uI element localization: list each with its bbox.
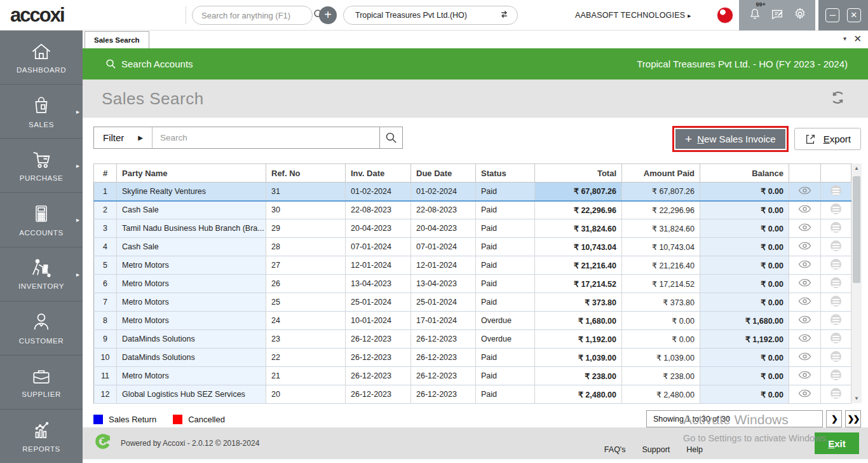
col-header-due-date[interactable]: Due Date (411, 164, 476, 183)
messages-button[interactable] (770, 7, 784, 24)
menu-icon (831, 259, 841, 270)
menu-icon (831, 185, 841, 196)
notifications-button[interactable]: 99+ (748, 7, 762, 24)
row-menu-button[interactable] (821, 293, 851, 312)
table-row[interactable]: 12 Global Logistics Hub SEZ Services 20 … (94, 385, 851, 404)
party-name-cell[interactable]: Skyline Realty Ventures (117, 183, 266, 201)
row-menu-button[interactable] (821, 275, 851, 293)
settings-gear-icon[interactable] (793, 7, 807, 24)
table-row[interactable]: 10 DataMinds Solutions 22 26-12-2023 26-… (94, 349, 851, 367)
sidebar-item-customer[interactable]: CUSTOMER (0, 301, 83, 356)
view-invoice-button[interactable] (789, 349, 821, 367)
party-name-cell[interactable]: Metro Motors (117, 293, 266, 312)
row-menu-button[interactable] (821, 312, 851, 330)
party-name-cell[interactable]: Cash Sale (117, 201, 266, 219)
row-menu-button[interactable] (821, 367, 851, 385)
filter-button[interactable]: Filter ▶ (94, 127, 152, 148)
row-menu-button[interactable] (821, 385, 851, 404)
table-search-input[interactable] (153, 127, 379, 148)
scrollbar-thumb[interactable] (853, 176, 860, 283)
row-menu-button[interactable] (821, 183, 851, 201)
party-name-cell[interactable]: Global Logistics Hub SEZ Services (117, 385, 266, 404)
row-menu-button[interactable] (821, 238, 851, 256)
company-selector[interactable]: Tropical Treasures Pvt Ltd.(HO) (343, 6, 518, 25)
export-button[interactable]: Export (794, 128, 861, 150)
support-link[interactable]: Support (642, 445, 670, 454)
col-header-inv-date[interactable]: Inv. Date (346, 164, 411, 183)
view-invoice-button[interactable] (789, 183, 821, 201)
view-invoice-button[interactable] (789, 367, 821, 385)
sidebar-item-dashboard[interactable]: DASHBOARD (0, 31, 83, 85)
row-menu-button[interactable] (821, 330, 851, 349)
table-row[interactable]: 3 Tamil Nadu Business Hub Branch (Bra...… (94, 219, 851, 238)
faq-link[interactable]: FAQ's (604, 445, 626, 454)
table-row[interactable]: 4 Cash Sale 28 07-01-2024 07-01-2024 Pai… (94, 238, 851, 256)
party-name-cell[interactable]: Tamil Nadu Business Hub Branch (Bra... (117, 219, 266, 238)
sync-icon[interactable] (499, 9, 510, 22)
scroll-up-icon[interactable]: ▲ (851, 165, 862, 171)
col-header-amount-paid[interactable]: Amount Paid (622, 164, 700, 183)
party-name-cell[interactable]: Metro Motors (117, 312, 266, 330)
sidebar-item-inventory[interactable]: INVENTORY ▸ (0, 247, 83, 301)
new-sales-invoice-button[interactable]: + New Sales Invoice (675, 129, 785, 149)
inv-date-cell: 20-04-2023 (346, 219, 411, 238)
tab-sales-search[interactable]: Sales Search (85, 31, 149, 48)
help-link[interactable]: Help (686, 445, 703, 454)
sidebar-item-reports[interactable]: REPORTS (0, 410, 83, 463)
col-header-balance[interactable]: Balance (700, 164, 789, 183)
global-search-input[interactable] (201, 11, 313, 20)
table-row[interactable]: 1 Skyline Realty Ventures 31 01-02-2024 … (94, 183, 851, 201)
view-invoice-button[interactable] (789, 201, 821, 219)
view-invoice-button[interactable] (789, 275, 821, 293)
organization-menu[interactable]: AABASOFT TECHNOLOGIES▸ (575, 11, 691, 20)
sidebar-item-supplier[interactable]: SUPPLIER (0, 356, 83, 410)
scroll-down-icon[interactable]: ▼ (851, 396, 862, 401)
exit-button[interactable]: Exit (815, 432, 859, 454)
close-button[interactable]: ✕ (847, 8, 861, 22)
table-row[interactable]: 6 Metro Motors 26 13-04-2023 13-04-2023 … (94, 275, 851, 293)
refresh-icon[interactable] (829, 89, 846, 109)
party-name-cell[interactable]: Cash Sale (117, 238, 266, 256)
view-invoice-button[interactable] (789, 385, 821, 404)
sidebar-item-sales[interactable]: SALES ▸ (0, 85, 83, 139)
user-avatar[interactable] (717, 7, 733, 24)
quick-add-button[interactable]: + (319, 6, 337, 24)
col-header-index[interactable]: # (94, 164, 117, 183)
tab-list-dropdown-icon[interactable]: ▾ (843, 35, 846, 42)
row-menu-button[interactable] (821, 256, 851, 275)
col-header-status[interactable]: Status (476, 164, 535, 183)
table-row[interactable]: 2 Cash Sale 30 22-08-2023 22-08-2023 Pai… (94, 201, 851, 219)
global-search[interactable] (192, 6, 313, 25)
sidebar-item-accounts[interactable]: ACCOUNTS ▸ (0, 193, 83, 247)
table-row[interactable]: 7 Metro Motors 25 25-01-2024 25-01-2024 … (94, 293, 851, 312)
view-invoice-button[interactable] (789, 219, 821, 238)
row-menu-button[interactable] (821, 219, 851, 238)
tab-close-icon[interactable]: ✕ (853, 33, 862, 45)
col-header-total[interactable]: Total (535, 164, 622, 183)
sidebar-item-purchase[interactable]: PURCHASE ▸ (0, 139, 83, 193)
view-invoice-button[interactable] (789, 293, 821, 312)
table-row[interactable]: 8 Metro Motors 24 10-01-2024 17-01-2024 … (94, 312, 851, 330)
last-page-button[interactable]: ❯❯ (845, 410, 861, 427)
table-row[interactable]: 5 Metro Motors 27 12-01-2024 12-01-2024 … (94, 256, 851, 275)
minimize-button[interactable]: ─ (825, 8, 839, 22)
party-name-cell[interactable]: DataMinds Solutions (117, 349, 266, 367)
view-invoice-button[interactable] (789, 312, 821, 330)
party-name-cell[interactable]: Metro Motors (117, 367, 266, 385)
party-name-cell[interactable]: DataMinds Solutions (117, 330, 266, 349)
next-page-button[interactable]: ❯ (826, 410, 842, 427)
party-name-cell[interactable]: Metro Motors (117, 275, 266, 293)
row-menu-button[interactable] (821, 349, 851, 367)
search-accounts-button[interactable]: Search Accounts (105, 59, 193, 69)
view-invoice-button[interactable] (789, 238, 821, 256)
table-row[interactable]: 9 DataMinds Solutions 23 26-12-2023 26-1… (94, 330, 851, 349)
view-invoice-button[interactable] (789, 256, 821, 275)
table-scrollbar[interactable]: ▲ ▼ (851, 163, 862, 403)
view-invoice-button[interactable] (789, 330, 821, 349)
row-menu-button[interactable] (821, 201, 851, 219)
col-header-ref[interactable]: Ref. No (266, 164, 346, 183)
table-row[interactable]: 11 Metro Motors 21 26-12-2023 26-12-2023… (94, 367, 851, 385)
col-header-party[interactable]: Party Name (117, 164, 266, 183)
party-name-cell[interactable]: Metro Motors (117, 256, 266, 275)
table-search-button[interactable] (379, 127, 402, 148)
